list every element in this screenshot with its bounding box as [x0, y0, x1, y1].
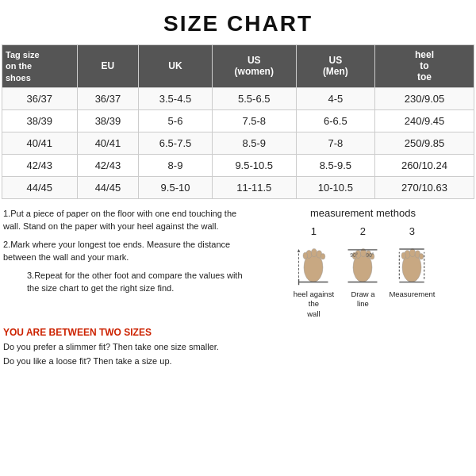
bottom-section: 1.Put a piece of paper on the floor with…	[0, 207, 476, 322]
step-label-2: Draw aline	[351, 290, 374, 309]
svg-point-25	[420, 253, 424, 259]
table-cell: 5-6	[139, 109, 213, 132]
table-cell: 42/43	[77, 154, 139, 176]
foot-diagram-3	[392, 240, 432, 287]
table-cell: 7.5-8	[212, 109, 296, 132]
col-header-us-women: US(women)	[212, 45, 296, 88]
instruction-2: 2.Mark where your longest toe ends. Meas…	[3, 238, 245, 264]
foot-diagram-1	[294, 240, 333, 287]
step-num-1: 1	[311, 225, 317, 237]
table-row: 40/4140/416.5-7.58.5-97-8250/9.85	[2, 132, 474, 154]
table-cell: 7-8	[296, 132, 374, 154]
table-row: 38/3938/395-67.5-86-6.5240/9.45	[2, 109, 474, 132]
page-title: SIZE CHART	[0, 0, 476, 44]
svg-text:90°: 90°	[351, 252, 359, 258]
table-cell: 240/9.45	[375, 109, 474, 132]
svg-point-5	[321, 253, 326, 259]
table-cell: 9.5-10	[139, 176, 213, 198]
instruction-3: 3.Repeat for the other foot and compare …	[27, 269, 245, 295]
table-cell: 11-11.5	[212, 176, 296, 198]
foot-diagrams: 1 heel against thewall 2	[253, 225, 473, 319]
col-header-eu: EU	[77, 45, 139, 88]
table-cell: 36/37	[77, 87, 139, 109]
instruction-1: 1.Put a piece of paper on the floor with…	[3, 207, 245, 233]
table-cell: 44/45	[77, 176, 139, 198]
table-cell: 10-10.5	[296, 176, 374, 198]
col-header-uk: UK	[139, 45, 213, 88]
table-cell: 9.5-10.5	[212, 154, 296, 176]
col-header-tag: Tag sizeon theshoes	[2, 45, 78, 88]
table-cell: 8.5-9.5	[296, 154, 374, 176]
size-chart-table: Tag sizeon theshoes EU UK US(women) US(M…	[2, 44, 474, 199]
table-cell: 3.5-4.5	[139, 87, 213, 109]
table-cell: 38/39	[2, 109, 78, 132]
fit-note-2: Do you like a loose fit? Then take a siz…	[3, 355, 473, 369]
table-cell: 40/41	[2, 132, 78, 154]
table-cell: 44/45	[2, 176, 78, 198]
table-row: 36/3736/373.5-4.55.5-6.54-5230/9.05	[2, 87, 474, 109]
table-cell: 4-5	[296, 87, 374, 109]
table-cell: 38/39	[77, 109, 139, 132]
svg-point-22	[410, 248, 416, 256]
instructions-section: 1.Put a piece of paper on the floor with…	[3, 207, 245, 322]
measurement-section: measurement methods 1 heel against thewa…	[253, 207, 473, 322]
foot-step-3: 3 Measurement	[390, 225, 434, 299]
col-header-heel-toe: heeltotoe	[375, 45, 474, 88]
table-cell: 270/10.63	[375, 176, 474, 198]
foot-diagram-2: 90° 90°	[343, 240, 382, 287]
step-label-3: Measurement	[389, 290, 435, 299]
step-label-1: heel against thewall	[291, 290, 336, 319]
table-cell: 8.5-9	[212, 132, 296, 154]
foot-step-1: 1 heel against thewall	[291, 225, 336, 319]
table-row: 42/4342/438-99.5-10.58.5-9.5260/10.24	[2, 154, 474, 176]
table-cell: 250/9.85	[375, 132, 474, 154]
table-cell: 40/41	[77, 132, 139, 154]
table-cell: 230/9.05	[375, 87, 474, 109]
table-row: 44/4544/459.5-1011-11.510-10.5270/10.63	[2, 176, 474, 198]
table-cell: 6-6.5	[296, 109, 374, 132]
table-cell: 5.5-6.5	[212, 87, 296, 109]
measurement-title: measurement methods	[253, 207, 473, 219]
svg-point-4	[303, 252, 308, 259]
svg-point-2	[312, 248, 317, 256]
table-cell: 42/43	[2, 154, 78, 176]
table-cell: 36/37	[2, 87, 78, 109]
svg-text:90°: 90°	[367, 252, 374, 258]
fit-notes: Do you prefer a slimmer fit? Then take o…	[0, 340, 476, 368]
between-sizes-label: YOU ARE BETWEEN TWO SIZES	[3, 327, 473, 338]
step-num-3: 3	[409, 225, 415, 237]
svg-marker-9	[298, 249, 301, 252]
col-header-us-men: US(Men)	[296, 45, 374, 88]
table-cell: 260/10.24	[375, 154, 474, 176]
table-cell: 6.5-7.5	[139, 132, 213, 154]
step-num-2: 2	[360, 225, 366, 237]
svg-point-24	[401, 252, 406, 259]
fit-note-1: Do you prefer a slimmer fit? Then take o…	[3, 340, 473, 355]
foot-step-2: 2 90° 90° Draw aline	[340, 225, 385, 309]
table-cell: 8-9	[139, 154, 213, 176]
